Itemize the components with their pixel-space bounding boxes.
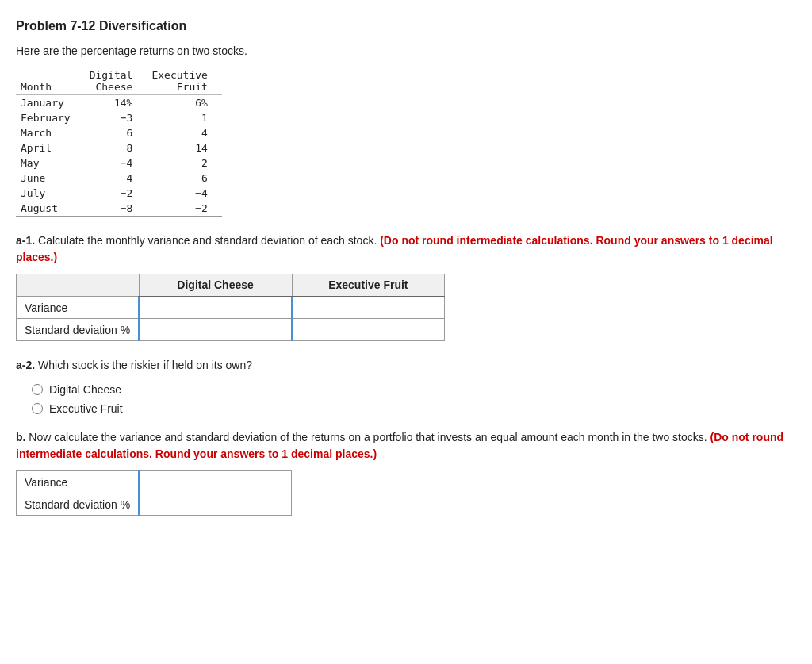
cell-month: April bbox=[16, 140, 85, 155]
table-row: February −3 1 bbox=[16, 110, 222, 125]
portfolio-row-label: Standard deviation % bbox=[17, 493, 140, 516]
answer-input-digital[interactable] bbox=[139, 297, 292, 319]
a1-text: Calculate the monthly variance and stand… bbox=[35, 234, 380, 247]
cell-executive: 1 bbox=[147, 110, 221, 125]
input-portfolio-value[interactable] bbox=[140, 493, 291, 515]
data-table: Month DigitalCheese ExecutiveFruit Janua… bbox=[16, 67, 222, 217]
a1-label-bold: a-1. bbox=[16, 234, 35, 247]
col-executive-header: ExecutiveFruit bbox=[147, 67, 221, 95]
input-digital-value[interactable] bbox=[140, 297, 291, 319]
cell-month: August bbox=[16, 201, 85, 217]
answer-table-a1: Digital Cheese Executive Fruit Variance … bbox=[16, 274, 445, 341]
a2-label-bold: a-2. bbox=[16, 359, 35, 371]
answer-col-empty bbox=[17, 274, 140, 297]
answer-row-label: Variance bbox=[17, 297, 140, 319]
cell-executive: 6% bbox=[147, 95, 221, 111]
table-row: April 8 14 bbox=[16, 140, 222, 155]
cell-digital: 4 bbox=[85, 171, 147, 186]
cell-executive: −2 bbox=[147, 201, 221, 217]
answer-input-executive[interactable] bbox=[292, 319, 445, 341]
table-row: March 6 4 bbox=[16, 125, 222, 140]
table-row: June 4 6 bbox=[16, 171, 222, 186]
answer-input-executive[interactable] bbox=[292, 297, 445, 319]
b-label-bold: b. bbox=[16, 431, 25, 443]
answer-row-label: Standard deviation % bbox=[17, 319, 140, 341]
cell-month: January bbox=[16, 95, 85, 111]
portfolio-row-label: Variance bbox=[17, 471, 140, 493]
col-digital-header: DigitalCheese bbox=[85, 67, 147, 95]
cell-month: March bbox=[16, 125, 85, 140]
cell-digital: 14% bbox=[85, 95, 147, 111]
radio-option-executive[interactable]: Executive Fruit bbox=[32, 402, 796, 415]
cell-month: February bbox=[16, 110, 85, 125]
cell-digital: −8 bbox=[85, 201, 147, 217]
table-row: January 14% 6% bbox=[16, 95, 222, 111]
cell-month: July bbox=[16, 186, 85, 201]
cell-digital: 6 bbox=[85, 125, 147, 140]
answer-row: Standard deviation % bbox=[17, 319, 445, 341]
input-digital-value[interactable] bbox=[140, 319, 291, 340]
input-executive-value[interactable] bbox=[293, 297, 444, 319]
radio-digital-cheese[interactable] bbox=[32, 384, 43, 395]
cell-executive: 4 bbox=[147, 125, 221, 140]
section-a2-label: a-2. Which stock is the riskier if held … bbox=[16, 357, 796, 374]
radio-group-a2: Digital Cheese Executive Fruit bbox=[32, 383, 796, 415]
intro-text: Here are the percentage returns on two s… bbox=[16, 44, 796, 57]
cell-month: June bbox=[16, 171, 85, 186]
radio-executive-label: Executive Fruit bbox=[49, 402, 123, 415]
cell-month: May bbox=[16, 155, 85, 171]
answer-row: Variance bbox=[17, 297, 445, 319]
input-executive-value[interactable] bbox=[293, 319, 444, 340]
answer-table-header: Digital Cheese Executive Fruit bbox=[17, 274, 445, 297]
portfolio-input[interactable] bbox=[139, 471, 292, 493]
input-portfolio-value[interactable] bbox=[140, 471, 291, 493]
cell-executive: 6 bbox=[147, 171, 221, 186]
cell-executive: 14 bbox=[147, 140, 221, 155]
page-title: Problem 7-12 Diversification bbox=[16, 19, 796, 33]
table-row: July −2 −4 bbox=[16, 186, 222, 201]
portfolio-input[interactable] bbox=[139, 493, 292, 516]
radio-executive-fruit[interactable] bbox=[32, 403, 43, 414]
section-a1-label: a-1. Calculate the monthly variance and … bbox=[16, 232, 796, 266]
table-header-row: Month DigitalCheese ExecutiveFruit bbox=[16, 67, 222, 95]
cell-digital: −3 bbox=[85, 110, 147, 125]
radio-digital-label: Digital Cheese bbox=[49, 383, 121, 396]
portfolio-table: Variance Standard deviation % bbox=[16, 470, 292, 516]
table-row: May −4 2 bbox=[16, 155, 222, 171]
cell-digital: −2 bbox=[85, 186, 147, 201]
cell-digital: −4 bbox=[85, 155, 147, 171]
portfolio-row: Standard deviation % bbox=[17, 493, 292, 516]
a2-text: Which stock is the riskier if held on it… bbox=[35, 359, 252, 371]
cell-executive: 2 bbox=[147, 155, 221, 171]
cell-digital: 8 bbox=[85, 140, 147, 155]
b-text: Now calculate the variance and standard … bbox=[25, 431, 710, 443]
portfolio-row: Variance bbox=[17, 471, 292, 493]
answer-input-digital[interactable] bbox=[139, 319, 292, 341]
answer-col-executive: Executive Fruit bbox=[292, 274, 445, 297]
col-month-header: Month bbox=[16, 67, 85, 95]
answer-col-digital: Digital Cheese bbox=[139, 274, 292, 297]
section-b-label: b. Now calculate the variance and standa… bbox=[16, 429, 796, 462]
table-row: August −8 −2 bbox=[16, 201, 222, 217]
cell-executive: −4 bbox=[147, 186, 221, 201]
radio-option-digital[interactable]: Digital Cheese bbox=[32, 383, 796, 396]
